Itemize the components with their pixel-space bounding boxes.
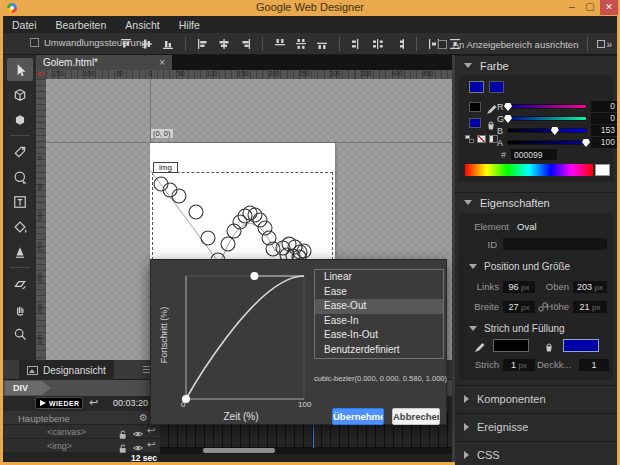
easing-option-linear[interactable]: Linear <box>315 270 443 285</box>
easing-option-ease-in[interactable]: Ease-In <box>315 314 443 329</box>
breadcrumb-div[interactable]: DIV <box>5 381 51 395</box>
color-section-header[interactable]: Farbe <box>455 55 617 75</box>
lock-icon[interactable] <box>117 426 129 438</box>
current-color-swatch[interactable] <box>469 81 484 93</box>
easing-option-ease-out[interactable]: Ease-Out <box>315 299 443 314</box>
possize-header[interactable]: Position und Größe <box>469 261 570 272</box>
dist-center-icon[interactable] <box>371 37 385 51</box>
section-ereignisse[interactable]: Ereignisse <box>455 413 617 440</box>
dist-right-icon[interactable] <box>392 37 406 51</box>
stroke-color-swatch[interactable] <box>469 102 481 112</box>
scrollbar-thumb[interactable] <box>203 448 275 453</box>
deckkraft-input[interactable]: 1 <box>579 359 609 371</box>
dist-top-icon[interactable] <box>273 37 287 51</box>
no-color-icon[interactable] <box>477 135 486 143</box>
align-left-icon[interactable] <box>196 37 210 51</box>
layer-row-canvas[interactable]: <canvas> ↩ <box>3 425 160 439</box>
oben-input[interactable]: 203 px <box>573 281 607 293</box>
section-komponenten[interactable]: Komponenten <box>455 385 617 412</box>
text-tool[interactable] <box>7 190 33 213</box>
rotate-3d-tool[interactable] <box>7 83 33 106</box>
a-channel-slider[interactable]: A 100 <box>497 138 619 148</box>
dist-middle-icon[interactable] <box>294 37 308 51</box>
ruler-tick: 250 <box>37 304 43 314</box>
document-tab[interactable]: Golem.html* × <box>36 55 172 70</box>
gear-icon[interactable]: ⚙ <box>139 412 148 423</box>
g-channel-slider[interactable]: G 0 <box>497 114 619 124</box>
menu-ansicht[interactable]: Ansicht <box>125 19 159 31</box>
tab-designansicht[interactable]: Designansicht <box>19 360 114 380</box>
pen-icon[interactable] <box>473 339 485 351</box>
strich-input[interactable]: 1 px <box>503 359 535 371</box>
stage-rotate-tool[interactable] <box>7 272 33 295</box>
easing-curve-graph[interactable] <box>159 264 315 414</box>
breite-input[interactable]: 27 px <box>503 301 535 313</box>
tab-close-icon[interactable]: × <box>159 57 172 68</box>
easing-option-benutzerdefiniert[interactable]: Benutzerdefiniert <box>315 343 443 358</box>
cancel-button[interactable]: Abbrechen <box>392 408 440 425</box>
white-color-swatch[interactable] <box>595 164 610 176</box>
align-center-icon[interactable] <box>217 37 231 51</box>
caret-right-icon <box>464 451 469 459</box>
id-input[interactable] <box>503 238 607 250</box>
ruler-tick: -150 <box>50 70 63 77</box>
fill-color-swatch[interactable] <box>469 118 481 128</box>
b-channel-slider[interactable]: B 153 <box>497 126 619 136</box>
transform-checkbox[interactable] <box>30 38 39 47</box>
snap-viewport-checkbox[interactable] <box>438 40 447 49</box>
hex-input[interactable] <box>511 149 557 160</box>
tag-tool[interactable] <box>7 140 33 163</box>
paint-bucket-icon[interactable] <box>543 339 555 351</box>
timecode: 00:03:20 <box>94 398 148 408</box>
pen-icon[interactable] <box>485 101 497 113</box>
menu-hilfe[interactable]: Hilfe <box>179 19 200 31</box>
eye-icon[interactable] <box>132 426 144 438</box>
r-channel-slider[interactable]: R 0 <box>497 102 619 112</box>
hoehe-input[interactable]: 21 px <box>573 301 607 313</box>
layer-root-row[interactable]: Hauptebene ⚙ <box>3 411 160 425</box>
links-input[interactable]: 96 px <box>503 281 535 293</box>
right-panel: Farbe R 0G 0B 153A 100 # <box>455 55 617 462</box>
section-css[interactable]: CSS <box>455 441 617 465</box>
layer-row-img[interactable]: <img> ↩ <box>3 439 160 453</box>
ink-tool[interactable] <box>7 240 33 263</box>
stroke-color-picker[interactable] <box>493 339 529 352</box>
selection-tool[interactable] <box>7 58 33 81</box>
lock-icon[interactable] <box>117 440 129 452</box>
menu-datei[interactable]: Datei <box>12 19 37 31</box>
close-button[interactable]: ✕ <box>600 0 618 15</box>
caret-down-icon <box>469 264 477 269</box>
minimize-button[interactable]: – <box>564 0 580 15</box>
properties-section-header[interactable]: Eigenschaften <box>455 192 617 212</box>
loop-icon[interactable]: ↩ <box>147 425 155 436</box>
translate-3d-tool[interactable] <box>7 108 33 131</box>
strich-label: Strich <box>465 359 499 370</box>
dist-bottom-icon[interactable] <box>315 37 329 51</box>
easing-option-ease-in-out[interactable]: Ease-In-Out <box>315 328 443 343</box>
apply-button[interactable]: Übernehmen <box>332 408 384 425</box>
align-right-icon[interactable] <box>238 37 252 51</box>
stroke-fill-header[interactable]: Strich und Füllung <box>469 323 565 334</box>
play-button[interactable]: WIEDER <box>35 397 83 409</box>
shape-tool[interactable] <box>7 165 33 188</box>
fill-color-picker[interactable] <box>563 339 599 352</box>
color-spectrum-bar[interactable] <box>465 164 593 176</box>
swap-colors-icon[interactable] <box>465 135 474 143</box>
align-top-icon[interactable] <box>119 37 133 51</box>
paint-bucket-tool[interactable] <box>7 215 33 238</box>
menu-bearbeiten[interactable]: Bearbeiten <box>56 19 107 31</box>
toolbar-overflow-icon[interactable]: » <box>597 39 612 50</box>
paint-bucket-icon[interactable] <box>485 117 497 129</box>
duration-label: 12 sec <box>119 453 157 463</box>
easing-option-ease[interactable]: Ease <box>315 285 443 300</box>
document-tab-label: Golem.html* <box>36 57 159 68</box>
eye-icon[interactable] <box>132 440 144 452</box>
zoom-tool[interactable] <box>7 322 33 345</box>
dist-left-icon[interactable] <box>350 37 364 51</box>
align-bottom-icon[interactable] <box>161 37 175 51</box>
maximize-button[interactable]: ▢ <box>582 0 598 15</box>
preview-color-swatch <box>489 81 504 93</box>
hand-tool[interactable] <box>7 297 33 320</box>
loop-icon[interactable]: ↩ <box>147 439 155 450</box>
align-middle-icon[interactable] <box>140 37 154 51</box>
